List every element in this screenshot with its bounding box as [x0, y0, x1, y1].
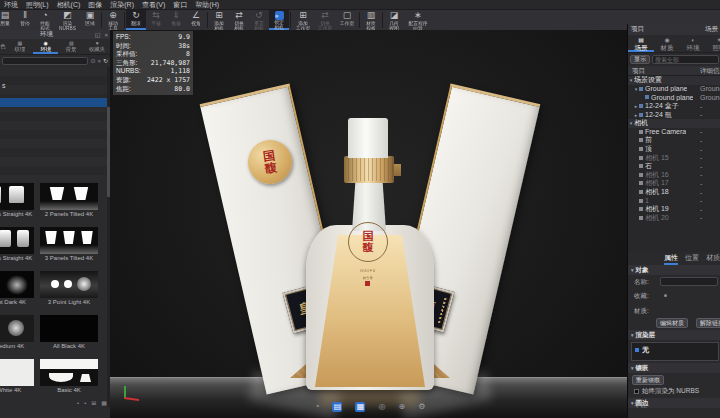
tab-properties[interactable]: 属性 [664, 253, 678, 263]
tree-row-camera-1[interactable]: 1- [628, 196, 720, 205]
usage-button[interactable]: ▤用量 [0, 10, 15, 30]
tab-favorites[interactable]: ♥收藏夹 [84, 39, 110, 54]
object-section-header[interactable]: 对象 [628, 265, 720, 275]
size-small-icon[interactable]: • [77, 400, 79, 406]
menu-render[interactable]: 渲染(R) [106, 0, 138, 10]
menu-window[interactable]: 窗口 [169, 0, 191, 10]
snapshot-icon[interactable]: ◔ [315, 402, 320, 412]
tree-row-camera-front[interactable]: 前- [628, 136, 720, 145]
clear-icon[interactable]: × [97, 57, 101, 65]
show-filter-button[interactable]: 显示 [630, 55, 650, 64]
panel-toggle-icon[interactable]: ▦ [355, 402, 365, 412]
tree-row-camera-17[interactable]: 相机 17- [628, 179, 720, 188]
selected-environment-row[interactable] [0, 98, 107, 107]
switch-camera-button[interactable]: ⇄切换 相机 [229, 10, 249, 30]
tree-row-camera-18[interactable]: 相机 18- [628, 188, 720, 197]
refresh-icon[interactable]: ↻ [103, 57, 108, 65]
grid-view-icon[interactable]: ⊞ [91, 399, 96, 406]
tree-row-scene-settings[interactable]: ▾场景设置 [628, 76, 720, 85]
tab-color-partial[interactable]: 色 [0, 39, 7, 54]
environment-folder-list[interactable]: s [0, 67, 107, 182]
tab-environment[interactable]: ◐环境 [680, 35, 706, 52]
edit-material-button[interactable]: 编辑材质 [656, 318, 688, 328]
pause-button[interactable]: ‖暂停 [15, 10, 35, 30]
tree-row-camera-right[interactable]: 右- [628, 162, 720, 171]
hdri-item[interactable]: All White 4K [0, 359, 34, 395]
add-studio-button[interactable]: ⊞添加 工作室 [292, 10, 314, 30]
tree-row-box-model[interactable]: ▸12-24 盒子- [628, 102, 720, 111]
reset-camera-button[interactable]: ↺重置 相机 [249, 10, 269, 30]
material-template-button[interactable]: ▥材质 模板 [361, 10, 381, 30]
favorite-dot-icon[interactable] [664, 294, 667, 297]
realtime-viewport[interactable]: 皇赏 御酒 国馥 GUOFU 馥合香 国馥 FPS:9.9 时间:38s 采样值… [110, 30, 627, 418]
tab-material[interactable]: 材质 [706, 253, 720, 263]
tab-scene[interactable]: ▤场景 [628, 35, 654, 52]
move-tool-button[interactable]: ⊕移动 工具 [103, 10, 123, 30]
lock-camera-button[interactable]: ●锁定 相机 [269, 10, 289, 30]
target-icon[interactable]: ◎ [378, 402, 385, 412]
hdri-item[interactable]: All Medium 4K [0, 315, 34, 351]
geometry-view-button[interactable]: ◪几何 视图 [384, 10, 404, 30]
retessellate-button[interactable]: 重新镶嵌 [632, 375, 664, 385]
menu-environment[interactable]: 环境 [0, 0, 22, 10]
toolbar-separator [124, 12, 125, 28]
dock-tab-scene[interactable]: 场景 [705, 25, 718, 34]
performance-mode-button[interactable]: ◔性能 模式 [35, 10, 55, 30]
tab-texture[interactable]: ▦纹理 [7, 39, 33, 54]
tree-row-ground-plane[interactable]: ▾Ground planeGround [628, 85, 720, 94]
hdri-item[interactable]: 2 Panels Tilted 4K [40, 183, 98, 219]
tab-material[interactable]: ◉材质 [654, 35, 680, 52]
switch-studio-button[interactable]: ⇄切换 工作室 [314, 10, 336, 30]
close-icon[interactable]: × [102, 32, 110, 38]
menu-image[interactable]: 图像 [84, 0, 106, 10]
hdri-item[interactable]: Basic 4K [40, 359, 98, 395]
nurbs-checkbox[interactable] [634, 389, 639, 394]
menu-camera[interactable]: 相机(C) [53, 0, 85, 10]
configurator-wizard-button[interactable]: ∗配置程序 向导 [404, 10, 432, 30]
tree-row-camera-20[interactable]: 相机 20- [628, 214, 720, 223]
hdri-item[interactable]: 2 Panels Straight 4K [0, 183, 34, 219]
menu-view[interactable]: 查看(V) [138, 0, 169, 10]
add-camera-button[interactable]: ⊞添加 相机 [209, 10, 229, 30]
tree-row-camera-16[interactable]: 相机 16- [628, 171, 720, 180]
studio-button[interactable]: ▢工作室 [336, 10, 358, 30]
undock-icon[interactable]: ◱ [93, 31, 103, 38]
render-layer-section-header[interactable]: 渲染层 [628, 330, 720, 340]
region-button[interactable]: ▣区域 [80, 10, 100, 30]
hdri-item[interactable]: 3 Point Light 4K [40, 271, 98, 307]
settings-icon[interactable]: ⚙ [418, 402, 425, 412]
object-name-input[interactable] [660, 277, 718, 286]
menu-help[interactable]: 帮助(H) [191, 0, 223, 10]
menu-lighting[interactable]: 照明(L) [22, 0, 53, 10]
tessellation-section-header[interactable]: 镶嵌 [628, 363, 720, 373]
tumble-button[interactable]: ↻翻滚 [126, 10, 146, 30]
dock-tab-project[interactable]: 项目 [631, 25, 644, 34]
tab-environment[interactable]: ◉环境 [33, 39, 59, 54]
tab-background[interactable]: ▨背景 [58, 39, 84, 54]
tab-position[interactable]: 位置 [685, 253, 699, 263]
size-large-icon[interactable]: • [84, 400, 86, 406]
tab-lighting[interactable]: ☀照明 [706, 35, 720, 52]
unlink-material-button[interactable]: 解除链接 [696, 318, 720, 328]
hdri-item[interactable]: 3 Panels Tilted 4K [40, 227, 98, 263]
tree-row-camera-15[interactable]: 相机 15- [628, 153, 720, 162]
environment-search-input[interactable] [2, 57, 88, 65]
tree-row-camera-top[interactable]: 顶- [628, 145, 720, 154]
add-view-icon[interactable]: ⊕ [398, 402, 405, 412]
render-layer-none[interactable]: 无 [632, 343, 718, 357]
scene-search-input[interactable] [652, 55, 719, 64]
toolbar-separator [382, 12, 383, 28]
fov-button[interactable]: ∠视角 [186, 10, 206, 30]
hdri-item[interactable]: 3 Point Dark 4K [0, 271, 34, 307]
dolly-button[interactable]: ⇓推移 [166, 10, 186, 30]
hdri-item[interactable]: All Black 4K [40, 315, 98, 351]
tree-row-camera-19[interactable]: 相机 19- [628, 205, 720, 214]
search-icon[interactable]: ⊙ [90, 57, 95, 65]
render-nurbs-button[interactable]: ◩渲染 NURBS [55, 10, 80, 30]
dual-panel-icon[interactable]: ▤ [332, 402, 342, 412]
tree-row-free-camera[interactable]: Free Camera- [628, 128, 720, 137]
material-template-icon: ▥ [367, 10, 376, 21]
tree-row-cameras-group[interactable]: ▾相机 [628, 119, 720, 128]
hdri-item[interactable]: 3 Panels Straight 4K [0, 227, 34, 263]
pan-button[interactable]: ⇆平移 [146, 10, 166, 30]
